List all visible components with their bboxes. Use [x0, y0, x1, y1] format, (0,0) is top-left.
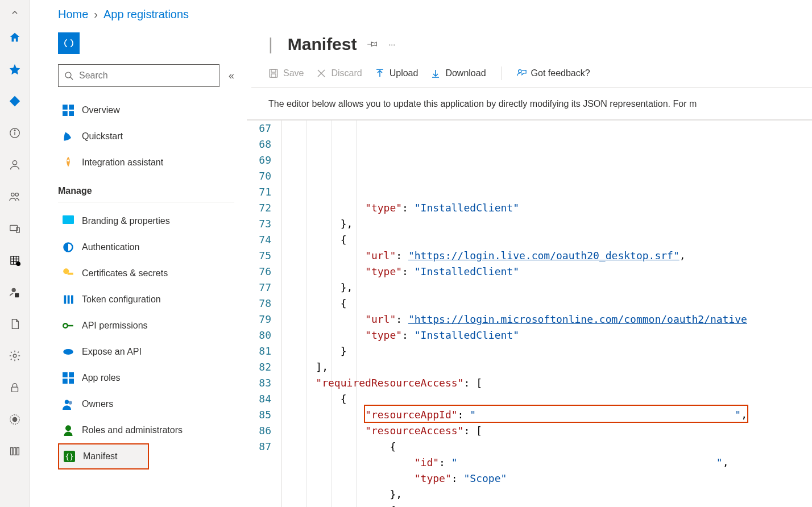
svg-rect-26: [69, 105, 74, 110]
lock-icon[interactable]: [0, 372, 30, 404]
code-line[interactable]: {: [291, 232, 812, 248]
code-line[interactable]: ],: [291, 359, 812, 375]
search-input[interactable]: [79, 70, 213, 81]
hybrid-icon[interactable]: [0, 404, 30, 435]
svg-rect-42: [69, 379, 74, 384]
search-icon: [64, 71, 73, 80]
title-separator: |: [268, 35, 273, 54]
document-icon[interactable]: [0, 308, 30, 340]
owners-icon: [63, 398, 74, 410]
code-line[interactable]: },: [291, 487, 812, 502]
breadcrumb-appreg[interactable]: App registrations: [103, 8, 189, 21]
sidebar-item-app-roles[interactable]: App roles: [58, 365, 234, 391]
svg-rect-17: [11, 387, 18, 392]
sidebar-item-roles-admin[interactable]: Roles and administrators: [58, 417, 234, 443]
home-icon[interactable]: [0, 22, 30, 53]
toolbar-separator: [501, 67, 502, 80]
code-line[interactable]: "type": "InstalledClient": [291, 327, 812, 343]
breadcrumb-home[interactable]: Home: [58, 8, 88, 21]
admin-icon: [63, 425, 74, 436]
users-icon[interactable]: [0, 181, 30, 213]
sidebar-item-label: API permissions: [82, 321, 148, 331]
code-line[interactable]: "type": "InstalledClient": [291, 200, 812, 216]
code-line[interactable]: }: [291, 343, 812, 359]
upload-button[interactable]: Upload: [375, 68, 419, 78]
svg-rect-50: [271, 74, 276, 77]
svg-rect-27: [63, 111, 68, 116]
manifest-icon: {}: [64, 451, 75, 462]
svg-point-4: [11, 193, 14, 197]
feedback-button[interactable]: Got feedback?: [516, 68, 590, 78]
auth-icon: [63, 242, 74, 253]
svg-rect-34: [64, 296, 67, 304]
devices-icon[interactable]: [0, 213, 30, 244]
svg-point-23: [65, 72, 71, 78]
identity-icon[interactable]: [0, 276, 30, 308]
feedback-icon: [516, 68, 527, 78]
sidebar-item-api-permissions[interactable]: API permissions: [58, 313, 234, 339]
code-line[interactable]: {: [291, 439, 812, 455]
collapse-sidebar-button[interactable]: «: [229, 70, 234, 82]
json-editor[interactable]: 6768697071727374757677787980818283848586…: [247, 119, 812, 507]
info-icon[interactable]: [0, 117, 30, 149]
download-icon: [430, 68, 441, 78]
discard-button: Discard: [316, 68, 362, 78]
svg-rect-25: [63, 105, 68, 110]
star-icon[interactable]: [0, 53, 30, 85]
sidebar-item-label: Overview: [82, 105, 120, 115]
sidebar-item-label: Roles and administrators: [82, 425, 183, 435]
sidebar-search[interactable]: [58, 64, 219, 87]
code-line[interactable]: "resourceAppId": " ",: [291, 407, 812, 423]
sidebar-item-certificates[interactable]: Certificates & secrets: [58, 260, 234, 286]
pin-button[interactable]: [367, 38, 378, 51]
code-line[interactable]: "id": " ",: [291, 455, 812, 471]
sidebar-item-manifest[interactable]: {} Manifest: [58, 443, 149, 469]
sidebar-item-branding[interactable]: Branding & properties: [58, 208, 234, 234]
overview-icon: [63, 105, 74, 116]
diamond-icon[interactable]: [0, 85, 30, 117]
code-line[interactable]: "url": "https://login.microsoftonline.co…: [291, 311, 812, 327]
sidebar-item-quickstart[interactable]: Quickstart: [58, 123, 234, 149]
sidebar-item-overview[interactable]: Overview: [58, 97, 234, 123]
main-content: | Manifest ··· Save Discard: [234, 29, 812, 507]
sidebar-item-expose-api[interactable]: Expose an API: [58, 339, 234, 365]
code-line[interactable]: {: [291, 502, 812, 507]
expose-icon: [63, 346, 74, 358]
code-line[interactable]: },: [291, 280, 812, 296]
code-line[interactable]: "type": "InstalledClient": [291, 264, 812, 280]
svg-rect-7: [16, 227, 19, 232]
breadcrumb: Home › App registrations: [30, 0, 812, 29]
more-button[interactable]: ···: [388, 40, 395, 49]
svg-point-19: [13, 417, 16, 421]
sidebar-item-token[interactable]: Token configuration: [58, 286, 234, 313]
svg-rect-33: [68, 273, 73, 275]
code-line[interactable]: },: [291, 216, 812, 232]
grid-icon[interactable]: [0, 244, 30, 276]
download-button[interactable]: Download: [430, 68, 486, 78]
rail-scroll-up[interactable]: [0, 7, 30, 18]
code-line[interactable]: {: [291, 296, 812, 311]
left-nav-rail: [0, 0, 30, 507]
svg-rect-36: [71, 296, 73, 304]
svg-point-29: [67, 159, 69, 161]
code-line[interactable]: "requiredResourceAccess": [: [291, 375, 812, 391]
app-registration-icon: [58, 32, 80, 54]
code-area[interactable]: "type": "InstalledClient" }, { "url": "h…: [282, 120, 812, 507]
sidebar-item-integration[interactable]: Integration assistant: [58, 149, 234, 176]
sidebar-item-label: Certificates & secrets: [82, 268, 168, 279]
sidebar-item-authentication[interactable]: Authentication: [58, 234, 234, 260]
code-line[interactable]: "url": "https://login.live.com/oauth20_d…: [291, 248, 812, 264]
user-icon[interactable]: [0, 149, 30, 181]
description-text: The editor below allows you to update th…: [251, 88, 812, 119]
svg-rect-39: [63, 372, 68, 377]
sidebar-item-label: Manifest: [83, 451, 117, 462]
sidebar-item-owners[interactable]: Owners: [58, 391, 234, 417]
sidebar-section-manage: Manage: [58, 186, 234, 196]
code-line[interactable]: "type": "Scope": [291, 471, 812, 487]
code-line[interactable]: "resourceAccess": [: [291, 423, 812, 439]
library-icon[interactable]: [0, 435, 30, 467]
svg-rect-21: [14, 448, 16, 455]
code-line[interactable]: {: [291, 391, 812, 407]
svg-rect-28: [69, 111, 74, 116]
gear-icon[interactable]: [0, 340, 30, 372]
